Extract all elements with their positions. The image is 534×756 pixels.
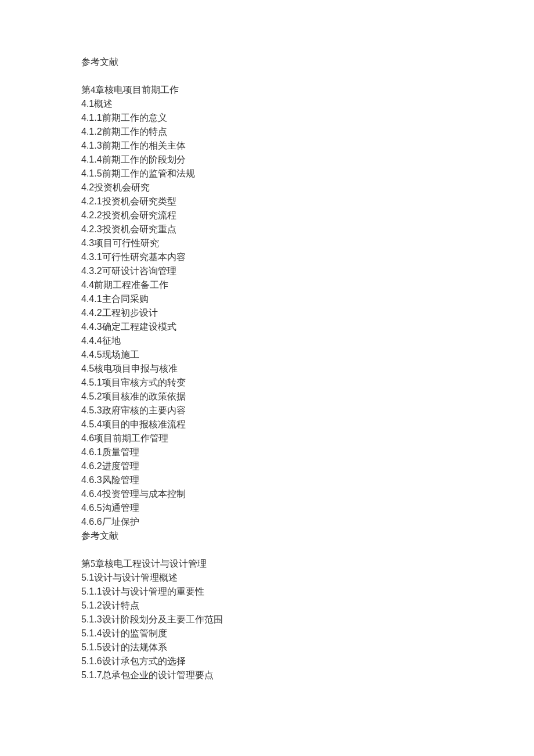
- section-title: 设计的法规体系: [102, 642, 167, 652]
- section-title: 前期工作的监管和法规: [102, 168, 195, 178]
- toc-entry: 4.4.2工程初步设计: [81, 306, 453, 320]
- section-title: 工程初步设计: [102, 308, 158, 318]
- section-title: 风险管理: [102, 475, 139, 485]
- section-title: 设计阶段划分及主要工作范围: [102, 614, 223, 624]
- section-number: 4.6.4: [81, 489, 102, 499]
- section-title: 确定工程建设模式: [102, 322, 176, 332]
- section-number: 5.1.5: [81, 642, 102, 652]
- section-number: 4.5.4: [81, 419, 102, 429]
- section-number: 4.4.4: [81, 336, 102, 345]
- section-title: 可研设计咨询管理: [102, 266, 176, 276]
- section-number: 4.4.5: [81, 350, 102, 359]
- toc-entry: 4.1.3前期工作的相关主体: [81, 139, 453, 153]
- section-number: 4.4.3: [81, 322, 102, 332]
- section-title: 参考文献: [81, 531, 118, 541]
- toc-entry: 4.3.1可行性研究基本内容: [81, 250, 453, 264]
- toc-entry: 参考文献: [81, 55, 453, 69]
- section-title: 投资机会研究重点: [102, 224, 176, 234]
- section-title: 前期工作的阶段划分: [102, 154, 186, 164]
- toc-entry: 5.1.4设计的监管制度: [81, 627, 453, 640]
- section-title: 投资机会研究流程: [102, 210, 176, 220]
- blank-line: [81, 69, 453, 83]
- toc-entry: 4.4.4征地: [81, 334, 453, 348]
- toc-entry: 4.2.3投资机会研究重点: [81, 222, 453, 236]
- toc-entry: 4.6.4投资管理与成本控制: [81, 487, 453, 501]
- toc-entry: 4.4.1主合同采购: [81, 292, 453, 306]
- section-title: 项目审核方式的转变: [102, 377, 186, 387]
- toc-entry: 4.5核电项目申报与核准: [81, 362, 453, 376]
- toc-entry: 4.1.4前期工作的阶段划分: [81, 153, 453, 167]
- section-number: 4.6.3: [81, 475, 102, 485]
- section-number: 4.6.2: [81, 461, 102, 471]
- section-number: 5.1.4: [81, 628, 102, 638]
- toc-entry: 参考文献: [81, 529, 453, 543]
- section-number: 4.1: [81, 99, 94, 109]
- section-title: 项目前期工作管理: [94, 433, 168, 443]
- toc-entry: 4.6项目前期工作管理: [81, 431, 453, 445]
- section-number: 4.5: [81, 363, 94, 373]
- section-title: 前期工作的意义: [102, 113, 167, 123]
- toc-entry: 第5章核电工程设计与设计管理: [81, 557, 453, 571]
- section-title: 项目的申报核准流程: [102, 419, 186, 429]
- section-title: 前期工程准备工作: [94, 280, 168, 290]
- section-title: 项目可行性研究: [94, 238, 159, 248]
- section-number: 4.6.5: [81, 503, 102, 513]
- section-number: 4.4.2: [81, 308, 102, 318]
- section-number: 5.1.7: [81, 670, 102, 680]
- section-number: 5.1.2: [81, 600, 102, 610]
- toc-entry: 5.1.2设计特点: [81, 599, 453, 613]
- section-title: 前期工作的相关主体: [102, 141, 186, 150]
- toc-entry: 5.1.3设计阶段划分及主要工作范围: [81, 613, 453, 627]
- toc-entry: 4.1.1前期工作的意义: [81, 111, 453, 125]
- toc-entry: 4.4.3确定工程建设模式: [81, 320, 453, 334]
- section-number: 4.4.1: [81, 294, 102, 304]
- section-number: 4.1.2: [81, 127, 102, 136]
- section-number: 4.5.2: [81, 391, 102, 401]
- toc-entry: 4.3项目可行性研究: [81, 236, 453, 250]
- section-number: 4.1.4: [81, 154, 102, 164]
- section-title: 第4章核电项目前期工作: [81, 85, 179, 95]
- section-number: 4.6.6: [81, 517, 102, 527]
- section-title: 项目核准的政策依据: [102, 391, 186, 401]
- section-title: 投资机会研究类型: [102, 196, 176, 206]
- section-title: 第5章核电工程设计与设计管理: [81, 559, 207, 568]
- section-number: 4.1.1: [81, 113, 102, 123]
- toc-entry: 4.6.5沟通管理: [81, 501, 453, 515]
- section-title: 主合同采购: [102, 294, 149, 304]
- toc-entry: 4.1.5前期工作的监管和法规: [81, 167, 453, 181]
- toc-entry: 4.6.1质量管理: [81, 445, 453, 459]
- section-number: 4.2: [81, 182, 94, 192]
- section-number: 4.6.1: [81, 447, 102, 457]
- section-number: 4.1.5: [81, 168, 102, 178]
- section-number: 4.3.1: [81, 252, 102, 262]
- section-title: 核电项目申报与核准: [94, 363, 178, 373]
- toc-entry: 4.6.6厂址保护: [81, 515, 453, 529]
- toc-entry: 4.3.2可研设计咨询管理: [81, 264, 453, 278]
- toc-entry: 4.1.2前期工作的特点: [81, 125, 453, 139]
- toc-entry: 5.1设计与设计管理概述: [81, 571, 453, 585]
- toc-entry: 4.6.3风险管理: [81, 473, 453, 487]
- toc-entry: 4.2.1投资机会研究类型: [81, 195, 453, 208]
- toc-entry: 第4章核电项目前期工作: [81, 83, 453, 97]
- section-number: 5.1: [81, 573, 94, 582]
- toc-entry: 4.6.2进度管理: [81, 459, 453, 473]
- section-title: 投资机会研究: [94, 182, 150, 192]
- section-title: 可行性研究基本内容: [102, 252, 186, 262]
- toc-entry: 5.1.5设计的法规体系: [81, 640, 453, 654]
- toc-entry: 4.5.4项目的申报核准流程: [81, 417, 453, 431]
- section-title: 总承包企业的设计管理要点: [102, 670, 214, 680]
- section-title: 投资管理与成本控制: [102, 489, 186, 499]
- section-title: 现场施工: [102, 350, 139, 359]
- section-title: 进度管理: [102, 461, 139, 471]
- section-number: 4.6: [81, 433, 94, 443]
- section-number: 5.1.1: [81, 586, 102, 596]
- toc-entry: 4.5.2项目核准的政策依据: [81, 390, 453, 404]
- toc-entry: 4.5.1项目审核方式的转变: [81, 376, 453, 390]
- toc-entry: 4.4前期工程准备工作: [81, 278, 453, 292]
- section-number: 4.2.1: [81, 196, 102, 206]
- section-number: 4.5.3: [81, 405, 102, 415]
- blank-line: [81, 543, 453, 557]
- section-title: 设计与设计管理概述: [94, 573, 178, 582]
- section-title: 前期工作的特点: [102, 127, 167, 136]
- section-number: 5.1.3: [81, 614, 102, 624]
